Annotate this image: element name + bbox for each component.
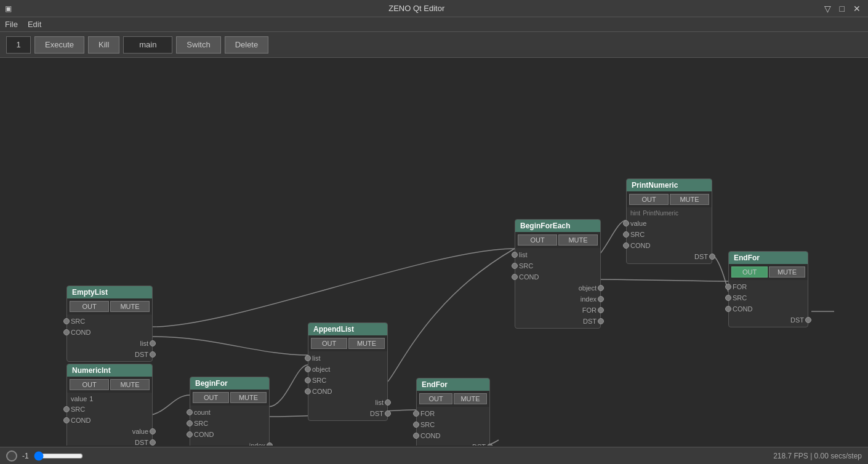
port-numericint-src: SRC (67, 406, 89, 413)
port-numericint-value-label: value (71, 395, 87, 402)
restore-button[interactable]: □ (837, 4, 847, 14)
titlebar: ▣ ZENO Qt Editor ▽ □ ✕ (0, 0, 868, 17)
node-endfor2-mute[interactable]: MUTE (769, 266, 805, 278)
node-emptylist-mute[interactable]: MUTE (110, 301, 150, 312)
node-beginforeach-mute[interactable]: MUTE (558, 234, 598, 246)
port-printnumeric-cond: COND (627, 242, 654, 249)
node-endfor2: EndFor OUT MUTE FOR SRC COND DST (728, 251, 808, 327)
port-beginforeach-dst-dot (598, 318, 604, 324)
node-beginfor-out[interactable]: OUT (193, 392, 229, 403)
port-beginforeach-src-dot (512, 263, 518, 269)
port-endfor2-dst-dot (805, 317, 811, 323)
window-title: ZENO Qt Editor (12, 4, 822, 13)
port-beginforeach-object-dot (598, 285, 604, 291)
canvas: EmptyList OUT MUTE SRC COND list DST (0, 58, 868, 446)
port-appendlist-dst-dot (385, 410, 391, 417)
port-emptylist-src-dot (63, 318, 70, 324)
node-appendlist-mute[interactable]: MUTE (348, 338, 385, 349)
port-endfor1-cond-dot (413, 433, 419, 439)
port-emptylist-src: SRC (67, 318, 89, 325)
frame-slider[interactable] (34, 451, 83, 461)
node-appendlist: AppendList OUT MUTE list object SRC COND (308, 322, 388, 421)
port-beginforeach-index-dot (598, 296, 604, 302)
port-endfor1-dst-out: DST (468, 443, 489, 446)
frame-input[interactable] (6, 36, 31, 54)
switch-button[interactable]: Switch (176, 36, 220, 54)
node-endfor1-title: EndFor (417, 378, 489, 391)
node-printnumeric-mute[interactable]: MUTE (670, 194, 709, 205)
port-beginfor-src-dot (187, 420, 193, 426)
node-endfor2-out[interactable]: OUT (731, 266, 768, 278)
window-icon: ▣ (5, 4, 12, 13)
port-endfor2-for-dot (725, 284, 731, 290)
port-printnumeric-src-dot (623, 231, 629, 238)
toolbar: Execute Kill Switch Delete (0, 32, 868, 58)
port-beginforeach-index-out: index (577, 295, 600, 303)
port-printnumeric-hint-label: hint (630, 210, 640, 217)
node-endfor1-out[interactable]: OUT (419, 393, 452, 404)
node-numericint-mute[interactable]: MUTE (110, 379, 150, 390)
port-beginforeach-src: SRC (515, 262, 537, 270)
port-beginforeach-for-out: FOR (579, 306, 600, 314)
node-numericint: NumericInt OUT MUTE value 1 SRC COND val… (66, 364, 153, 446)
port-printnumeric-src: SRC (627, 231, 648, 238)
port-endfor1-dst-dot (487, 444, 493, 446)
port-beginforeach-dst-out: DST (579, 318, 600, 325)
close-button[interactable]: ✕ (851, 4, 863, 14)
node-beginfor-title: BeginFor (190, 377, 269, 390)
port-printnumeric-cond-dot (623, 242, 629, 249)
node-emptylist-out[interactable]: OUT (70, 301, 109, 312)
port-beginfor-index-dot (267, 442, 273, 446)
port-appendlist-list-out-dot (385, 399, 391, 406)
port-endfor2-for: FOR (729, 283, 750, 290)
port-beginfor-count-dot (187, 409, 193, 415)
port-numericint-src-dot (63, 406, 70, 412)
port-endfor2-cond: COND (729, 305, 756, 313)
port-beginfor-src: SRC (190, 420, 212, 427)
node-printnumeric-out[interactable]: OUT (629, 194, 669, 205)
port-printnumeric-value-dot (623, 220, 629, 226)
kill-button[interactable]: Kill (88, 36, 119, 54)
menubar: File Edit (0, 17, 868, 32)
port-emptylist-list-dot (150, 340, 156, 346)
node-numericint-title: NumericInt (67, 364, 152, 377)
node-emptylist: EmptyList OUT MUTE SRC COND list DST (66, 286, 153, 362)
fps-display: 218.7 FPS | 0.00 secs/step (773, 452, 862, 460)
port-appendlist-object: object (308, 366, 334, 373)
port-beginfor-cond-dot (187, 431, 193, 438)
port-beginfor-index-out: index (246, 442, 269, 446)
port-beginfor-count: count (190, 409, 214, 416)
node-emptylist-title: EmptyList (67, 286, 152, 298)
port-numericint-dst-dot (150, 439, 156, 446)
node-beginforeach: BeginForEach OUT MUTE list SRC COND obje… (515, 219, 601, 329)
node-appendlist-out[interactable]: OUT (311, 338, 347, 349)
port-numericint-cond-dot (63, 417, 70, 423)
node-beginfor-mute[interactable]: MUTE (230, 392, 267, 403)
menu-file[interactable]: File (5, 20, 18, 29)
node-beginforeach-out[interactable]: OUT (518, 234, 557, 246)
port-endfor1-cond: COND (417, 432, 444, 439)
port-endfor2-src-dot (725, 295, 731, 301)
status-indicator (6, 450, 17, 462)
node-printnumeric: PrintNumeric OUT MUTE hint PrintNumeric … (626, 178, 712, 264)
minimize-button[interactable]: ▽ (822, 4, 834, 14)
statusbar: -1 218.7 FPS | 0.00 secs/step (0, 447, 868, 464)
port-printnumeric-hint-val: PrintNumeric (643, 210, 678, 217)
port-numericint-dst-out: DST (131, 439, 152, 446)
port-numericint-value-val: 1 (89, 395, 93, 402)
port-appendlist-dst-out: DST (366, 410, 387, 417)
port-numericint-cond: COND (67, 417, 94, 424)
node-numericint-out[interactable]: OUT (70, 379, 109, 390)
port-appendlist-object-dot (305, 366, 311, 372)
port-endfor1-src: SRC (417, 421, 438, 428)
execute-button[interactable]: Execute (34, 36, 84, 54)
delete-button[interactable]: Delete (225, 36, 269, 54)
port-beginforeach-cond: COND (515, 273, 542, 281)
port-numericint-value-dot (150, 428, 156, 434)
graph-name-input[interactable] (123, 36, 172, 54)
port-appendlist-src-dot (305, 377, 311, 383)
port-emptylist-dst-dot (150, 351, 156, 358)
node-endfor1-mute[interactable]: MUTE (454, 393, 487, 404)
menu-edit[interactable]: Edit (28, 20, 41, 29)
port-printnumeric-value: value (627, 220, 650, 227)
